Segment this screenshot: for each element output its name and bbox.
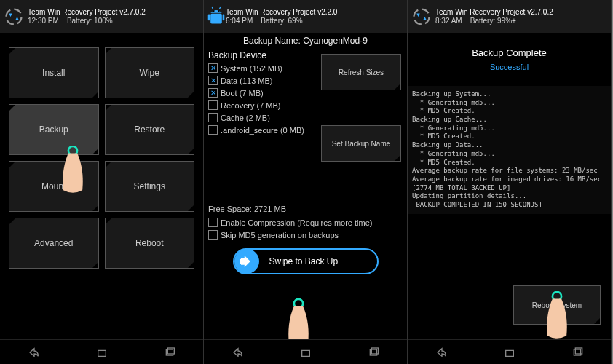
set-backup-name-button[interactable]: Set Backup Name xyxy=(321,125,401,162)
recents-icon[interactable] xyxy=(162,347,177,358)
svg-point-0 xyxy=(7,9,22,24)
svg-rect-4 xyxy=(210,13,222,23)
reboot-button[interactable]: Reboot xyxy=(105,218,195,269)
screen-main: Team Win Recovery Project v2.7.0.2 12:30… xyxy=(0,0,204,364)
battery: Battery: 100% xyxy=(67,17,113,25)
clock: 6:04 PM xyxy=(226,17,253,25)
install-button[interactable]: Install xyxy=(9,47,99,98)
back-icon[interactable] xyxy=(27,347,41,358)
home-icon[interactable] xyxy=(95,347,109,358)
checkbox-icon[interactable]: ✕ xyxy=(208,63,218,73)
svg-rect-7 xyxy=(208,14,210,20)
free-space-label: Free Space: 2721 MB xyxy=(204,202,407,216)
android-navbar xyxy=(204,339,407,364)
back-icon[interactable] xyxy=(435,347,449,358)
svg-line-9 xyxy=(212,7,213,9)
swipe-handle-icon[interactable] xyxy=(234,249,259,274)
checkbox-icon[interactable] xyxy=(208,125,218,135)
svg-point-6 xyxy=(218,10,219,12)
recents-icon[interactable] xyxy=(366,347,381,358)
restore-button[interactable]: Restore xyxy=(105,104,195,155)
checkbox-icon[interactable]: ✕ xyxy=(208,76,218,85)
twrp-logo-icon xyxy=(411,6,432,28)
checkbox-icon[interactable] xyxy=(208,113,218,122)
swipe-label: Swipe to Back Up xyxy=(269,256,339,266)
battery: Battery: 99%+ xyxy=(470,17,516,25)
app-title: Team Win Recovery Project v2.7.0.2 xyxy=(435,8,608,16)
backup-name-label: Backup Name: CyanogenMod-9 xyxy=(204,33,407,49)
reboot-system-button[interactable]: Reboot System xyxy=(513,285,601,325)
android-navbar xyxy=(0,339,203,364)
header: Team Win Recovery Project v2.7.0.2 12:30… xyxy=(0,0,203,33)
recents-icon[interactable] xyxy=(570,347,585,358)
app-title: Team Win Recovery Project v2.7.0.2 xyxy=(28,8,200,16)
back-icon[interactable] xyxy=(231,347,245,358)
option-compression[interactable]: Enable Compression (Requires more time) xyxy=(208,216,403,229)
svg-line-10 xyxy=(219,7,221,9)
svg-point-12 xyxy=(294,299,303,308)
wipe-button[interactable]: Wipe xyxy=(105,47,195,98)
svg-rect-11 xyxy=(240,259,241,264)
android-logo-icon xyxy=(207,6,226,28)
clock: 8:32 AM xyxy=(435,17,462,25)
checkbox-icon[interactable] xyxy=(208,230,218,240)
clock: 12:30 PM xyxy=(28,17,59,25)
swipe-to-backup-slider[interactable]: Swipe to Back Up xyxy=(233,248,379,274)
refresh-sizes-button[interactable]: Refresh Sizes xyxy=(321,54,401,90)
header: Team Win Recovery Project v2.2.0 6:04 PM… xyxy=(204,0,407,33)
svg-rect-8 xyxy=(223,14,225,20)
settings-button[interactable]: Settings xyxy=(105,161,195,212)
log-output: Backing up System... * Generating md5...… xyxy=(408,86,611,214)
battery: Battery: 69% xyxy=(261,17,302,25)
checkbox-icon[interactable] xyxy=(208,218,218,227)
android-navbar xyxy=(408,339,611,364)
checkbox-icon[interactable] xyxy=(208,100,218,110)
mount-button[interactable]: Mount xyxy=(9,161,99,212)
backup-button[interactable]: Backup xyxy=(9,104,99,155)
twrp-logo-icon xyxy=(3,6,25,28)
advanced-button[interactable]: Advanced xyxy=(9,218,99,269)
option-skip-md5[interactable]: Skip MD5 generation on backups xyxy=(208,229,403,241)
status-title: Backup Complete xyxy=(408,33,611,58)
app-title: Team Win Recovery Project v2.2.0 xyxy=(226,8,404,16)
screen-backup-options: Team Win Recovery Project v2.2.0 6:04 PM… xyxy=(204,0,408,364)
svg-point-5 xyxy=(213,10,214,12)
header: Team Win Recovery Project v2.7.0.2 8:32 … xyxy=(408,0,611,33)
home-icon[interactable] xyxy=(298,347,313,358)
status-message: Successful xyxy=(408,58,611,86)
checkbox-icon[interactable]: ✕ xyxy=(208,88,218,98)
svg-point-15 xyxy=(414,9,430,24)
screen-backup-complete: Team Win Recovery Project v2.7.0.2 8:32 … xyxy=(408,0,612,364)
home-icon[interactable] xyxy=(502,347,517,358)
